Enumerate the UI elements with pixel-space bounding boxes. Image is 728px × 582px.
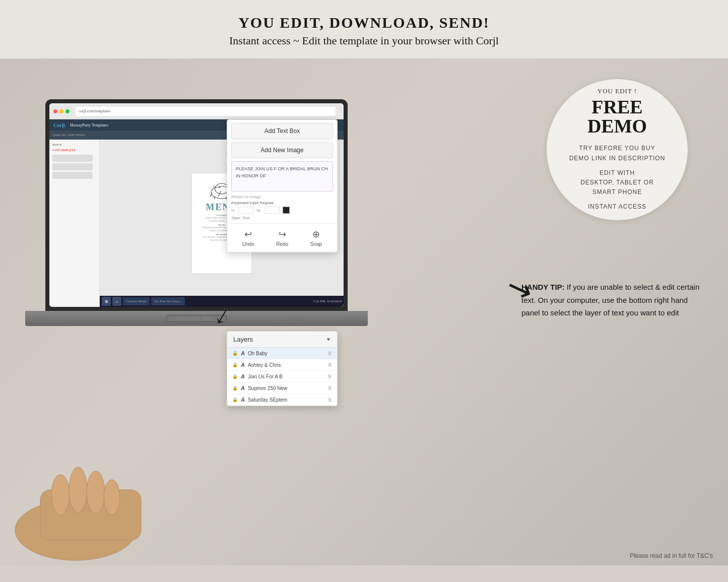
svg-point-5 xyxy=(51,475,70,515)
browser-address[interactable]: corjl.com/templates xyxy=(76,107,336,116)
layer-lock-ashley: 🔒 xyxy=(232,362,238,367)
layer-saturday[interactable]: 🔒 A Saturday SEptem 🗑 xyxy=(227,394,337,406)
taskbar-start[interactable]: ⊞ xyxy=(102,297,111,306)
corjl-sidebar: Item # ● INCOMPLETE xyxy=(49,140,100,307)
redo-tool[interactable]: ↪ Redo xyxy=(276,229,288,247)
browser-chrome: corjl.com/templates xyxy=(49,103,344,119)
macbook-label: MacBook Pro xyxy=(176,316,212,321)
sidebar-hint: Item # xyxy=(52,143,96,147)
demo-demo: DEMO xyxy=(587,116,647,136)
demo-line6: INSTANT ACCESS xyxy=(588,202,646,212)
hand-svg xyxy=(0,389,202,565)
layer-name-supinos: Supinos 250 New xyxy=(248,385,324,391)
layer-ashley-chris[interactable]: 🔒 A Ashley & Chris 🗑 xyxy=(227,359,337,371)
demo-line5: SMART PHONE xyxy=(592,187,642,197)
top-banner: YOU EDIT, DOWNLOAD, SEND! Instant access… xyxy=(0,0,728,59)
layer-delete-supinos[interactable]: 🗑 xyxy=(327,385,332,391)
undo-icon: ↩ xyxy=(244,229,252,240)
layer-name-saturday: Saturday SEptem xyxy=(248,397,324,403)
height-label: H: xyxy=(231,208,235,213)
headline: YOU EDIT, DOWNLOAD, SEND! xyxy=(0,14,728,31)
handy-tip-text: HANDY TIP: If you are unable to select &… xyxy=(521,281,703,319)
snap-tool[interactable]: ⊕ Snap xyxy=(310,229,322,247)
snap-icon: ⊕ xyxy=(312,229,320,240)
snap-label: Snap xyxy=(310,241,322,247)
editor-tools: ↩ Undo ↪ Redo ⊕ Snap xyxy=(227,223,337,252)
taskbar-right: 7:21 PM 6/18/2019 xyxy=(313,299,342,303)
undo-tool[interactable]: ↩ Undo xyxy=(242,229,254,247)
demo-line1: TRY BEFORE YOU BUY xyxy=(579,144,655,153)
layer-lock-oh-baby: 🔒 xyxy=(232,351,238,356)
layer-type-saturday: A xyxy=(241,397,245,403)
keyboard-shortcut: Keyboard Input Regular xyxy=(231,201,333,205)
handy-tip-label: HANDY TIP: xyxy=(521,283,565,291)
svg-point-2 xyxy=(219,186,220,188)
layer-name-ashley: Ashley & Chris xyxy=(248,362,324,368)
layers-header[interactable]: Layers ▼ xyxy=(227,332,337,348)
layer-supinos[interactable]: 🔒 A Supinos 250 New 🗑 xyxy=(227,382,337,394)
free-demo-circle: YOU EDIT ! FREE DEMO TRY BEFORE YOU BUY … xyxy=(547,79,688,220)
svg-point-7 xyxy=(87,471,105,513)
editor-panel: Add Text Box Add New Image PLEASE JOIN U… xyxy=(227,119,338,252)
demo-free: FREE xyxy=(591,97,642,116)
editor-controls: Resize vs Image Keyboard Input Regular H… xyxy=(227,191,337,223)
color-swatch[interactable] xyxy=(283,207,290,214)
style-text-label: Style: Text xyxy=(231,216,333,220)
redo-icon: ↪ xyxy=(279,229,286,240)
demo-you-edit: YOU EDIT ! xyxy=(598,87,637,95)
layer-type-supinos: A xyxy=(241,385,245,391)
layer-delete-saturday[interactable]: 🗑 xyxy=(327,397,332,402)
layer-delete-oh-baby[interactable]: 🗑 xyxy=(327,351,332,356)
taskbar-corjl[interactable]: Try Free for Issue... xyxy=(151,297,185,305)
taskbar-chrome[interactable]: Chrome Menu xyxy=(123,297,150,305)
height-input[interactable] xyxy=(238,207,253,214)
sidebar-btn-2[interactable] xyxy=(52,163,93,170)
corjl-brand: HoorayParty Templates xyxy=(70,123,108,127)
taskbar-date: 6/18/2019 xyxy=(327,299,342,303)
layers-panel: Layers ▼ 🔒 A Oh Baby 🗑 🔒 A Ashley & Chri… xyxy=(227,331,338,406)
footer-text: Please read ad in full for T&C's xyxy=(630,552,713,559)
add-new-image-button[interactable]: Add New Image xyxy=(231,142,333,158)
taskbar-time: 7:21 PM xyxy=(313,299,325,303)
demo-line2: DEMO LINK IN DESCRIPTION xyxy=(569,154,666,163)
layer-type-oh-baby: A xyxy=(241,350,245,356)
redo-label: Redo xyxy=(276,241,288,247)
layer-oh-baby[interactable]: 🔒 A Oh Baby 🗑 xyxy=(227,348,337,359)
sidebar-status: ● INCOMPLETE xyxy=(52,149,96,152)
layer-lock-supinos: 🔒 xyxy=(232,385,238,391)
sidebar-btn-1[interactable] xyxy=(52,155,93,162)
dot-green xyxy=(65,109,70,113)
layer-name-join: Join Us For A B xyxy=(248,374,324,379)
layer-type-join: A xyxy=(241,373,245,379)
layer-delete-join[interactable]: 🗑 xyxy=(327,374,332,379)
sidebar-btn-3[interactable] xyxy=(52,172,93,179)
demo-line4: DESKTOP, TABLET OR xyxy=(580,178,654,187)
layer-delete-ashley[interactable]: 🗑 xyxy=(327,362,332,367)
corjl-logo: Corjl. xyxy=(53,122,66,128)
svg-point-8 xyxy=(104,480,120,515)
hand-area xyxy=(0,389,202,565)
subline: Instant access ~ Edit the template in yo… xyxy=(0,34,728,47)
layers-title: Layers xyxy=(233,336,253,343)
layer-lock-join: 🔒 xyxy=(232,374,238,379)
dot-red xyxy=(53,109,57,113)
order-id: Order ID: 1509758394 xyxy=(52,133,85,137)
taskbar-search[interactable]: ⌕ xyxy=(112,297,121,306)
layer-lock-saturday: 🔒 xyxy=(232,397,238,402)
controls-row: H: W: xyxy=(231,207,333,214)
add-text-box-button[interactable]: Add Text Box xyxy=(231,123,333,139)
layers-chevron-icon: ▼ xyxy=(326,337,331,342)
demo-line3: EDIT WITH xyxy=(600,168,635,178)
layer-name-oh-baby: Oh Baby xyxy=(248,351,324,356)
undo-label: Undo xyxy=(242,241,254,247)
width-label: W: xyxy=(256,208,261,213)
dot-yellow xyxy=(59,109,63,113)
editor-text-preview: PLEASE JOIN US F OR A BRIDAL BRUN CH IN … xyxy=(231,161,333,191)
layer-type-ashley: A xyxy=(241,362,245,368)
width-input[interactable] xyxy=(264,207,280,214)
resize-label: Resize vs Image xyxy=(231,195,333,199)
layer-join-us[interactable]: 🔒 A Join Us For A B 🗑 xyxy=(227,371,337,382)
svg-point-6 xyxy=(69,467,87,512)
main-area: corjl.com/templates Corjl. HoorayParty T… xyxy=(0,59,728,565)
handy-tip: HANDY TIP: If you are unable to select &… xyxy=(521,281,703,319)
